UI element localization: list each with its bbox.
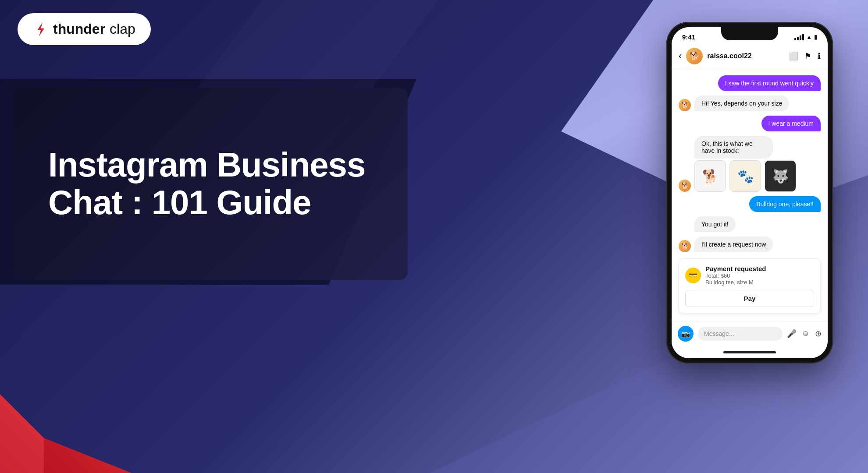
msg-col-4: Ok, this is what we have in stock: 🐕 🐾 🐺	[694, 136, 799, 192]
msg-bubble-4: Ok, this is what we have in stock:	[694, 136, 773, 159]
msg-bubble-6: You got it!	[694, 216, 736, 232]
payment-card: 💳 Payment requested Total: $60 Bulldog t…	[679, 258, 821, 314]
msg-avatar-7: 🐕	[679, 240, 691, 252]
msg-row-7: 🐕 I'll create a request now	[679, 236, 821, 252]
video-icon[interactable]: ⬜	[789, 51, 798, 61]
user-avatar: 🐕	[686, 48, 703, 64]
battery-icon: ▮	[814, 34, 817, 40]
home-bar	[672, 346, 828, 358]
payment-title: Payment requested	[705, 265, 766, 272]
status-time: 9:41	[682, 33, 695, 41]
flag-icon[interactable]: ⚑	[804, 51, 811, 61]
msg-bubble-7: I'll create a request now	[694, 236, 773, 252]
thunderclap-logo-icon	[33, 21, 49, 37]
msg-avatar-2: 🐕	[679, 99, 691, 111]
message-input[interactable]: Message...	[698, 327, 783, 341]
camera-button[interactable]: 📷	[678, 326, 694, 342]
product-3: 🐺	[765, 160, 796, 192]
payment-item: Bulldog tee, size M	[705, 279, 766, 286]
chat-header: ‹ 🐕 raissa.cool22 ⬜ ⚑ ℹ	[672, 43, 828, 69]
msg-bubble-5: Bulldog one, please!!	[749, 196, 821, 212]
products-row: 🐕 🐾 🐺	[694, 160, 799, 192]
signal-bar-1	[794, 38, 796, 40]
phone-screen: 9:41 ▲ ▮ ‹ 🐕 raissa.cool22	[672, 27, 828, 358]
notch	[721, 27, 778, 40]
msg-row-6: You got it!	[679, 216, 821, 232]
logo-text-light: clap	[110, 21, 135, 37]
product-2: 🐾	[729, 160, 761, 192]
msg-text-1: I saw the first round went quickly	[725, 80, 814, 87]
svg-marker-3	[37, 22, 44, 36]
main-heading: Instagram Business Chat : 101 Guide	[48, 146, 373, 222]
msg-bubble-3: I wear a medium	[761, 116, 821, 131]
msg-text-5: Bulldog one, please!!	[756, 201, 814, 208]
msg-text-7: I'll create a request now	[701, 241, 766, 248]
text-card: Instagram Business Chat : 101 Guide	[13, 88, 408, 280]
header-icons: ⬜ ⚑ ℹ	[789, 51, 821, 61]
info-icon[interactable]: ℹ	[818, 51, 821, 61]
signal-bar-3	[800, 35, 801, 40]
msg-text-2: Hi! Yes, depends on your size	[701, 100, 782, 107]
input-bar: 📷 Message... 🎤 ☺ ⊕	[672, 321, 828, 346]
home-bar-line	[723, 351, 776, 353]
msg-row-4: 🐕 Ok, this is what we have in stock: 🐕 🐾…	[679, 136, 821, 192]
heading-line2: Chat : 101 Guide	[48, 184, 373, 222]
msg-text-4: Ok, this is what we have in stock:	[701, 140, 753, 154]
payment-total: Total: $60	[705, 272, 766, 279]
msg-avatar-4: 🐕	[679, 180, 691, 192]
msg-text-6: You got it!	[701, 221, 729, 228]
gif-icon[interactable]: ⊕	[815, 329, 822, 339]
phone-wrapper: 9:41 ▲ ▮ ‹ 🐕 raissa.cool22	[666, 22, 833, 364]
msg-text-3: I wear a medium	[768, 120, 814, 127]
signal-bar-2	[797, 37, 799, 40]
chat-area: I saw the first round went quickly 🐕 Hi!…	[672, 69, 828, 321]
product-1: 🐕	[694, 160, 726, 192]
msg-bubble-2: Hi! Yes, depends on your size	[694, 95, 789, 111]
payment-icon: 💳	[685, 268, 701, 283]
payment-info: Payment requested Total: $60 Bulldog tee…	[705, 265, 766, 286]
back-button[interactable]: ‹	[679, 50, 682, 62]
username: raissa.cool22	[707, 52, 784, 60]
emoji-icon[interactable]: ☺	[802, 329, 810, 339]
msg-bubble-1: I saw the first round went quickly	[718, 75, 821, 91]
status-icons: ▲ ▮	[794, 34, 817, 40]
input-icons: 🎤 ☺ ⊕	[787, 329, 822, 339]
phone-outer: 9:41 ▲ ▮ ‹ 🐕 raissa.cool22	[666, 22, 833, 364]
logo-container: thunderclap	[18, 13, 151, 45]
msg-row-2: 🐕 Hi! Yes, depends on your size	[679, 95, 821, 111]
heading-line1: Instagram Business	[48, 146, 373, 184]
mic-icon[interactable]: 🎤	[787, 329, 797, 339]
logo-text-bold: thunder	[53, 21, 105, 37]
wifi-icon: ▲	[806, 34, 812, 40]
payment-header: 💳 Payment requested Total: $60 Bulldog t…	[685, 265, 814, 286]
pay-button[interactable]: Pay	[685, 290, 814, 307]
signal-bar-4	[802, 34, 804, 40]
signal-bars	[794, 34, 804, 40]
